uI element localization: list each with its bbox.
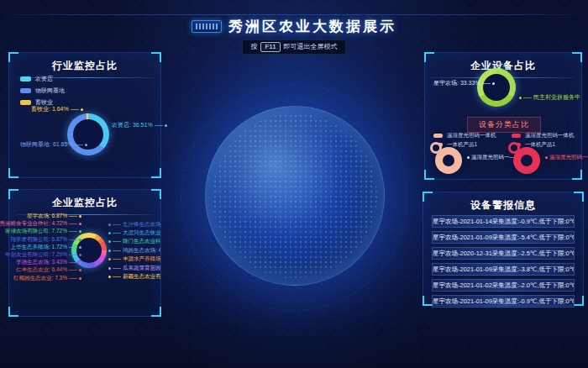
leader-line [523,97,532,98]
page-title: 秀洲区农业大数据展示 [228,17,396,36]
callout-text: 隆门生态农业科技有限公 [123,238,160,245]
device-category-groups: 温湿度光照码一体机 一体机产品1 温湿度光照码一— [425,132,581,176]
legend-item[interactable]: 温湿度光照码一体机 [512,132,581,139]
leader-dot [108,258,111,260]
leader-dot [79,261,81,264]
leader-line [75,145,83,145]
callout-text: 北汁锋生态农场: 11.16% [123,221,160,229]
chart-callout-label: 鸿园生态农场: 4.29 [108,246,160,255]
callout-text: 鸿园生态农场: 4.29 [123,247,160,255]
chart-callout-label: 星宇农场: 6.87% [11,213,81,220]
globe-visual [205,106,385,286]
device-callout-left: 星宇农场: 33.33% [433,79,495,87]
alarm-row: 星宇农场-2021-01-09采集温度:-5.4℃,低于下限:0℃ [432,231,575,244]
chart-callout-label: 畜牧业: 1.64% [31,105,83,113]
legend-swatch [433,134,443,138]
alarm-row: 星宇农场-2021-01-02采集温度:-2.0℃,低于下限:0℃ [432,279,575,292]
callout-text: 中创农业有限公司: 7.29% [5,251,67,259]
chart-callout-label: 上华生态养殖场: 1.72% [11,244,81,251]
alarm-list: 星宇农场-2021-01-14采集温度:-0.9℃,低于下限:0℃ 星宇农场-2… [432,215,575,308]
category-mini-ring [508,142,520,154]
legend-swatch [512,134,521,138]
leader-line [69,278,77,279]
leader-line [69,216,77,217]
device-callout-right: 民主村党群服务中心 [519,93,580,102]
leader-dot [79,277,81,280]
chart-callout-label: 秀洲粮食专业合作社: 4.72% [11,220,81,228]
leader-dot [79,254,81,256]
leader-dot [79,215,81,218]
leader-dot [108,240,111,243]
leader-dot [79,230,81,233]
header-divider [0,14,588,15]
leader-line [155,125,163,126]
leader-line [69,247,77,248]
legend-swatch [20,76,31,81]
legend-item[interactable]: 农资店 [20,75,65,83]
chart-callout-label: 李强生态农场: 3.43% [11,259,81,266]
leader-line [69,262,77,263]
enterprise-labels-left: 星宇农场: 6.87% 秀洲粮食专业合作社: 4.72% 家绿农场有限公司: 7… [11,213,81,282]
leader-dot [79,246,81,249]
callout-text: 翔宇发有限公司: 6.87% [10,236,67,244]
legend-item[interactable]: 温湿度光照码一体机 [433,132,503,139]
leader-line [113,268,121,269]
leader-line [71,109,79,110]
legend-label: 温湿度光照码一体机 [525,132,575,139]
panel-device-alarms: 设备警报信息 星宇农场-2021-01-14采集温度:-0.9℃,低于下限:0℃… [423,192,584,306]
leader-dot [492,82,495,85]
leader-dot [108,267,111,270]
leader-dot [108,223,111,226]
callout-text: 民主村党群服务中心 [533,93,580,102]
callout-text: 新颖生态农业有限公司: 6.87 [123,273,160,281]
chart-callout-label: 瓜果蔬菜育苗园: 15.02% [108,264,160,272]
callout-text: 物联网基地: 61.85% [20,140,73,149]
legend-label: 农资店 [35,75,53,83]
callout-text: 家绿农场有限公司: 7.72% [5,228,67,235]
legend-swatch [20,100,31,105]
callout-text: 大运河生态牧业有限责任公 [123,229,160,237]
leader-line [69,239,77,240]
leader-line [113,224,121,225]
leader-dot [79,223,81,225]
hint-prefix: 按 [250,42,257,51]
legend-label: 温湿度光照码一体机 [447,132,496,139]
callout-text: 温湿度光照码一— [549,154,588,161]
chart-callout-label: 物联网基地: 61.85% [20,140,87,149]
callout-text: 农资店: 36.51% [112,121,153,129]
callout-text: 丰源水产养殖场: 1. [123,255,160,263]
industry-panel-title: 行业监控占比 [9,59,160,73]
industry-donut-chart[interactable] [67,113,109,155]
leader-line [113,233,121,234]
callout-text: 星宇农场: 33.33% [433,79,480,87]
panel-device-ratio: 企业设备占比 星宇农场: 33.33% 民主村党群服务中心 设备分类占比 温湿度… [424,52,582,180]
leader-dot [79,239,81,241]
leader-line [113,250,121,251]
device-donut-chart[interactable] [477,68,516,107]
chart-callout-label: 丰源水产养殖场: 1. [108,255,160,264]
leader-dot [467,156,470,159]
alarm-row: 星宇农场-2020-12-31采集温度:-2.5℃,低于下限:0℃ [432,247,575,260]
leader-line [113,241,121,242]
leader-dot [81,108,83,111]
callout-text: 上华生态养殖场: 1.72% [10,244,67,251]
callout-text: 畜牧业: 1.64% [31,105,69,113]
enterprise-panel-title: 企业监控占比 [9,196,160,210]
panel-industry-monitor: 行业监控占比 农资店 物联网基地 畜牧业 畜牧业: 1.64% [8,52,161,178]
enterprise-labels-right: 北汁锋生态农场: 11.16% 大运河生态牧业有限责任公 隆门生态农业科技有限公… [108,220,160,281]
leader-line [482,83,491,84]
callout-text: 李强生态农场: 3.43% [16,259,67,266]
device-category-subtitle: 设备分类占比 [467,117,541,133]
leader-dot [519,97,522,99]
device-category-group: 温湿度光照码一体机 一体机产品1 温湿度光照码一— [425,132,503,176]
chart-callout-label: 翔宇发有限公司: 6.87% [11,236,81,244]
legend-item[interactable]: 物联网基地 [20,87,65,95]
callout-text: 瓜果蔬菜育苗园: 15.02% [123,265,160,272]
leader-dot [108,276,111,278]
chart-callout-label: 仁丰生态农业: 6.44% [11,266,81,274]
category-mini-ring [430,142,442,154]
leader-dot [165,124,167,127]
alarm-row: 星宇农场-2021-01-09采集温度:-0.9℃,低于下限:0℃ [432,295,575,308]
legend-swatch [20,88,31,93]
leader-line [69,270,77,271]
